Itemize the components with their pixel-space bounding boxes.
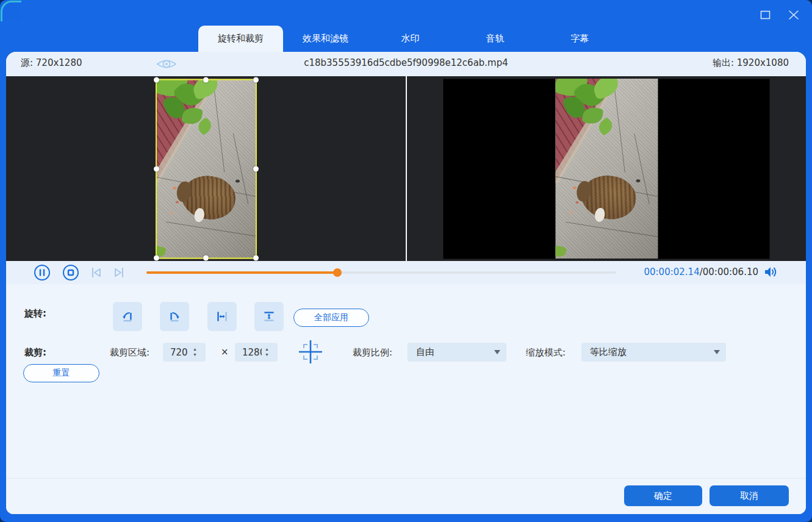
crop-section-label: 裁剪: xyxy=(24,347,46,359)
food-bit xyxy=(576,201,579,204)
seek-progress xyxy=(146,271,337,274)
crop-handle-bottom-center[interactable] xyxy=(203,255,209,260)
food-bit xyxy=(573,187,577,189)
info-bar: 源: 720x1280 c18b35553916d5cdbe5f90998e12… xyxy=(6,52,806,76)
spinner-down-icon[interactable]: ▼ xyxy=(263,352,271,357)
filename: c18b35553916d5cdbe5f90998e12c6ab.mp4 xyxy=(6,57,806,68)
crop-handle-top-right[interactable] xyxy=(253,77,259,82)
time-display: 00:00:02.14/00:00:06.10 xyxy=(644,266,758,277)
rotate-right-button[interactable] xyxy=(160,302,189,331)
pause-icon xyxy=(34,264,51,281)
spinner-up-icon[interactable]: ▲ xyxy=(191,347,199,352)
crop-ratio-select[interactable]: 自由 xyxy=(408,343,506,362)
stop-icon xyxy=(62,264,79,281)
volume-icon xyxy=(763,266,778,278)
output-video xyxy=(555,79,658,259)
crop-handle-top-center[interactable] xyxy=(203,77,209,82)
reset-button[interactable]: 重置 xyxy=(23,364,99,382)
close-icon xyxy=(788,10,800,21)
output-resolution: 输出: 1920x1080 xyxy=(713,57,789,69)
spinner-down-icon[interactable]: ▼ xyxy=(191,352,199,357)
total-time: 00:00:06.10 xyxy=(703,266,758,277)
apply-all-button[interactable]: 全部应用 xyxy=(293,309,369,327)
app-window: 旋转和裁剪 效果和滤镜 水印 音轨 字幕 源: 720x1280 xyxy=(0,0,812,522)
center-crop-button[interactable] xyxy=(297,338,324,365)
crop-width-spinner: ▲ ▼ xyxy=(191,347,199,357)
rotate-right-icon xyxy=(167,309,182,324)
dropdown-arrow-icon xyxy=(714,350,720,354)
preview-area xyxy=(6,76,806,261)
scale-mode-label: 缩放模式: xyxy=(526,347,566,359)
source-preview-pane xyxy=(6,76,406,261)
prev-frame-icon xyxy=(90,266,103,279)
tab-effects-filters[interactable]: 效果和滤镜 xyxy=(283,26,368,52)
crop-height-field: ▲ ▼ xyxy=(235,343,278,362)
tab-rotate-crop[interactable]: 旋转和裁剪 xyxy=(198,26,283,52)
crop-height-input[interactable] xyxy=(235,347,262,358)
current-time: 00:00:02.14 xyxy=(644,266,699,277)
crop-ratio-label: 裁剪比例: xyxy=(353,347,392,359)
prev-frame-button[interactable] xyxy=(90,266,103,279)
crop-handle-bottom-left[interactable] xyxy=(154,255,159,260)
multiply-sign: × xyxy=(221,346,229,357)
tab-subtitles[interactable]: 字幕 xyxy=(537,26,622,52)
crop-handle-mid-left[interactable] xyxy=(154,166,159,171)
crop-handle-mid-right[interactable] xyxy=(253,166,259,171)
footer: 确定 取消 xyxy=(6,478,806,514)
flip-vertical-button[interactable] xyxy=(254,302,284,331)
maximize-icon xyxy=(760,10,772,21)
center-crop-icon xyxy=(297,338,324,365)
crop-height-spinner: ▲ ▼ xyxy=(263,347,271,357)
source-video xyxy=(156,79,257,259)
rotate-left-button[interactable] xyxy=(113,302,142,331)
seek-thumb[interactable] xyxy=(333,268,342,277)
output-preview-pane xyxy=(407,76,806,261)
controls-section: 旋转: xyxy=(6,284,806,478)
cancel-button[interactable]: 取消 xyxy=(710,485,789,506)
next-frame-icon xyxy=(112,266,126,279)
crop-handle-top-left[interactable] xyxy=(154,77,159,82)
ok-button[interactable]: 确定 xyxy=(624,485,702,506)
stop-button[interactable] xyxy=(62,264,79,281)
rotate-section-label: 旋转: xyxy=(24,308,46,320)
titlebar: 旋转和裁剪 效果和滤镜 水印 音轨 字幕 xyxy=(0,0,812,52)
scale-mode-value: 等比缩放 xyxy=(590,346,627,358)
seek-slider[interactable] xyxy=(146,271,616,274)
flip-horizontal-button[interactable] xyxy=(207,302,237,331)
rotate-left-icon xyxy=(120,309,135,324)
scale-mode-select[interactable]: 等比缩放 xyxy=(581,343,726,362)
crop-width-input[interactable] xyxy=(163,347,190,358)
output-frame xyxy=(444,79,770,259)
flip-vertical-icon xyxy=(261,309,277,324)
player-bar: 00:00:02.14/00:00:06.10 xyxy=(6,261,806,284)
crop-ratio-value: 自由 xyxy=(416,346,434,358)
tab-bar: 旋转和裁剪 效果和滤镜 水印 音轨 字幕 xyxy=(198,26,622,52)
crop-area-label: 裁剪区域: xyxy=(110,347,149,359)
tab-audio-track[interactable]: 音轨 xyxy=(453,26,537,52)
crop-handle-bottom-right[interactable] xyxy=(253,255,259,260)
next-frame-button[interactable] xyxy=(112,266,126,279)
main-panel: 源: 720x1280 c18b35553916d5cdbe5f90998e12… xyxy=(6,52,806,514)
dropdown-arrow-icon xyxy=(494,350,500,354)
flip-horizontal-icon xyxy=(214,309,230,324)
spinner-up-icon[interactable]: ▲ xyxy=(263,347,271,352)
tab-watermark[interactable]: 水印 xyxy=(368,26,453,52)
close-button[interactable] xyxy=(786,9,801,22)
window-controls xyxy=(758,9,801,22)
pause-button[interactable] xyxy=(34,264,51,281)
maximize-button[interactable] xyxy=(758,9,773,22)
crop-width-field: ▲ ▼ xyxy=(163,343,206,362)
video-scene xyxy=(555,79,658,259)
crop-selection[interactable] xyxy=(156,79,257,259)
volume-button[interactable] xyxy=(763,266,778,281)
